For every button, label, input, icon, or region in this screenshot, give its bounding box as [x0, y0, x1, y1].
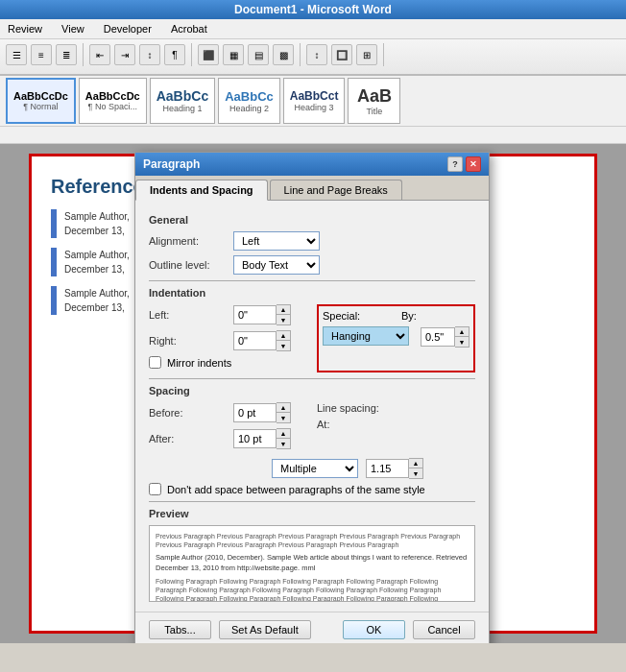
dialog-title-text: Paragraph [143, 157, 200, 171]
menu-view[interactable]: View [58, 21, 88, 36]
dont-add-checkbox[interactable] [149, 483, 161, 495]
before-row: Before: ▲ ▼ [149, 402, 307, 423]
cancel-button[interactable]: Cancel [413, 620, 475, 639]
style-h2-name: Heading 2 [229, 104, 269, 113]
sort-btn[interactable]: ↕ [139, 44, 160, 65]
special-label: Special: [323, 310, 390, 322]
alignment-select[interactable]: Left [233, 231, 320, 251]
before-up[interactable]: ▲ [277, 403, 290, 413]
style-heading1[interactable]: AaBbCc Heading 1 [150, 78, 215, 124]
right-indent-up[interactable]: ▲ [277, 331, 290, 341]
decrease-indent-btn[interactable]: ⇤ [89, 44, 110, 65]
title-text: Document1 - Microsoft Word [234, 3, 392, 16]
after-up[interactable]: ▲ [277, 429, 290, 439]
mirror-row: Mirror indents [149, 356, 307, 369]
before-down[interactable]: ▼ [277, 413, 290, 422]
style-h1-name: Heading 1 [162, 104, 202, 113]
divider3 [149, 501, 475, 502]
tab-line-page-breaks[interactable]: Line and Page Breaks [270, 180, 402, 200]
at-label: At: [317, 419, 394, 430]
style-h3-preview: AaBbCct [290, 89, 339, 103]
align-right-btn[interactable]: ▤ [248, 44, 269, 65]
right-indent-spinners: ▲ ▼ [277, 330, 291, 351]
by-label: By: [401, 310, 417, 322]
menu-acrobat[interactable]: Acrobat [167, 21, 211, 36]
title-bar: Document1 - Microsoft Word [0, 0, 626, 19]
style-title-preview: AaB [357, 86, 392, 107]
indentation-area: Left: ▲ ▼ Right: [149, 304, 475, 372]
style-title[interactable]: AaB Title [348, 78, 400, 124]
bullets-btn[interactable]: ☰ [6, 44, 27, 65]
menu-developer[interactable]: Developer [100, 21, 156, 36]
style-h3-name: Heading 3 [295, 103, 334, 112]
left-indent-down[interactable]: ▼ [277, 315, 290, 324]
doc-area: References Sample Author, December 13, S… [0, 144, 626, 643]
left-indent-spinners: ▲ ▼ [277, 304, 291, 325]
style-no-spacing[interactable]: AaBbCcDc ¶ No Spaci... [79, 78, 147, 124]
after-spin: ▲ ▼ [233, 428, 291, 449]
blue-bar-1 [51, 209, 57, 238]
ref-text-1: Sample Author, December 13, [64, 209, 130, 238]
special-inputs-row: Hanging ▲ ▼ [323, 326, 470, 348]
style-heading2[interactable]: AaBbCc Heading 2 [218, 78, 280, 124]
tab-indents-spacing[interactable]: Indents and Spacing [135, 180, 268, 201]
at-input[interactable] [366, 459, 409, 478]
style-heading3[interactable]: AaBbCct Heading 3 [283, 78, 346, 124]
left-indent-row: Left: ▲ ▼ [149, 304, 307, 325]
spacing-selects-row: Multiple ▲ ▼ [149, 458, 475, 479]
dont-add-row: Don't add space between paragraphs of th… [149, 483, 475, 495]
align-left-btn[interactable]: ⬛ [198, 44, 219, 65]
after-input[interactable] [233, 429, 277, 448]
at-row: At: [317, 419, 475, 430]
justify-btn[interactable]: ▩ [273, 44, 294, 65]
at-spin: ▲ ▼ [366, 458, 423, 479]
outline-row: Outline level: Body Text [149, 255, 475, 275]
alignment-row: Alignment: Left [149, 231, 475, 251]
after-label: After: [149, 433, 226, 444]
ref-text-1b: December 13, [64, 226, 125, 236]
dialog-content: General Alignment: Left Outline level: B… [135, 201, 489, 612]
by-input[interactable] [421, 327, 455, 347]
by-down[interactable]: ▼ [455, 337, 469, 347]
style-normal[interactable]: AaBbCcDc ¶ Normal [6, 78, 76, 124]
align-center-btn[interactable]: ▦ [223, 44, 244, 65]
dialog-help-btn[interactable]: ? [447, 156, 463, 172]
after-down[interactable]: ▼ [277, 439, 290, 448]
paragraph-dialog: Paragraph ? ✕ Indents and Spacing Line a… [134, 152, 490, 643]
indentation-section-label: Indentation [149, 287, 475, 299]
left-indent-up[interactable]: ▲ [277, 305, 290, 315]
set-as-default-button[interactable]: Set As Default [219, 620, 311, 639]
left-indent-input[interactable] [233, 305, 277, 324]
preview-after-text: Following Paragraph Following Paragraph … [156, 577, 469, 602]
at-down[interactable]: ▼ [409, 468, 422, 478]
special-select[interactable]: Hanging [323, 326, 409, 346]
preview-main-text: Sample Author (2010, December). Sample W… [156, 553, 469, 573]
at-up[interactable]: ▲ [409, 459, 422, 468]
tabs-button[interactable]: Tabs... [149, 620, 211, 639]
right-indent-down[interactable]: ▼ [277, 341, 290, 350]
outline-select[interactable]: Body Text [233, 255, 320, 275]
sep3 [300, 43, 301, 66]
ok-button[interactable]: OK [343, 620, 405, 639]
line-spacing-btn[interactable]: ↕ [306, 44, 327, 65]
sep1 [83, 43, 84, 66]
dialog-close-btn[interactable]: ✕ [466, 156, 481, 172]
multilevel-btn[interactable]: ≣ [56, 44, 77, 65]
before-input[interactable] [233, 403, 277, 422]
right-indent-row: Right: ▲ ▼ [149, 330, 307, 351]
mirror-checkbox[interactable] [149, 356, 161, 369]
ref-text-1a: Sample Author, [64, 211, 130, 222]
special-labels-row: Special: By: [323, 310, 470, 322]
ref-text-2: Sample Author, December 13, [64, 248, 130, 276]
right-indent-input[interactable] [233, 331, 277, 350]
left-indent-label: Left: [149, 309, 226, 321]
menu-review[interactable]: Review [4, 21, 46, 36]
show-marks-btn[interactable]: ¶ [164, 44, 185, 65]
blue-bar-3 [51, 286, 57, 315]
shading-btn[interactable]: 🔲 [331, 44, 352, 65]
by-up[interactable]: ▲ [455, 327, 469, 337]
increase-indent-btn[interactable]: ⇥ [114, 44, 135, 65]
numbering-btn[interactable]: ≡ [31, 44, 52, 65]
line-spacing-select[interactable]: Multiple [272, 459, 358, 478]
borders-btn[interactable]: ⊞ [356, 44, 377, 65]
